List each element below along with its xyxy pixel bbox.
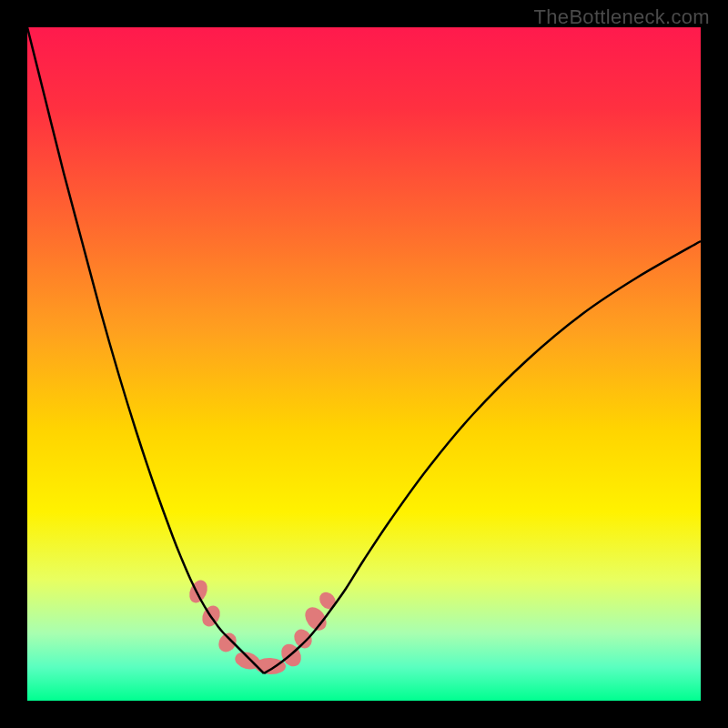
gradient-background [27, 27, 701, 701]
chart-container: TheBottleneck.com [0, 0, 728, 728]
chart-plot [0, 0, 728, 728]
watermark-text: TheBottleneck.com [534, 5, 710, 29]
